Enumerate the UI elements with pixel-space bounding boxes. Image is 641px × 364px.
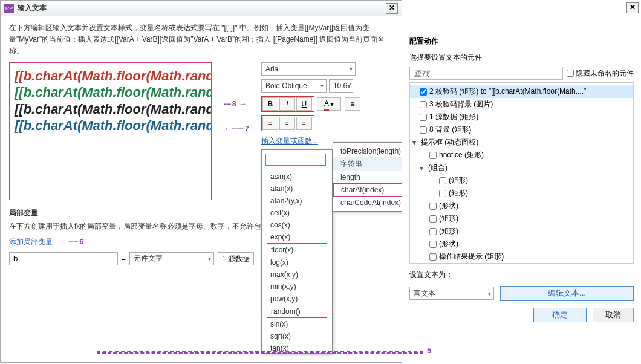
insert-variable-link[interactable]: 插入变量或函数... bbox=[261, 136, 318, 146]
tree-label: 3 校验码背景 (图片) bbox=[429, 99, 493, 109]
var-name-input[interactable] bbox=[9, 252, 118, 265]
function-item[interactable]: floor(x) bbox=[267, 243, 327, 256]
tree-checkbox[interactable] bbox=[429, 152, 437, 159]
tree-row[interactable]: ▾提示框 (动态面板) bbox=[410, 136, 633, 149]
function-item[interactable]: log(x) bbox=[267, 256, 327, 268]
var-source-combo[interactable]: 元件文字 bbox=[129, 252, 214, 265]
function-item[interactable]: min(x,y) bbox=[267, 281, 327, 293]
tree-checkbox[interactable] bbox=[420, 114, 427, 121]
tree-checkbox[interactable] bbox=[429, 215, 437, 223]
tree-row[interactable]: 2 校验码 (矩形) to "[[b.charAt(Math.floor(Mat… bbox=[410, 85, 633, 98]
align-left-button[interactable]: ≡ bbox=[262, 117, 278, 130]
tree-row[interactable]: (矩形) bbox=[410, 212, 633, 225]
titlebar: RP 输入文本 ✕ bbox=[1, 1, 402, 16]
tree-label: (矩形) bbox=[449, 175, 468, 186]
function-item[interactable]: tan(x) bbox=[267, 342, 327, 354]
tree-label: (矩形) bbox=[439, 213, 458, 224]
add-local-var-link[interactable]: 添加局部变量 bbox=[9, 238, 53, 246]
bullet-list-button[interactable]: ≡ bbox=[345, 97, 360, 111]
instructions-text: 在下方编辑区输入文本并设置文本样式，变量名称或表达式要写在 "[["]]" 中。… bbox=[9, 22, 393, 57]
function-item[interactable]: sqrt(x) bbox=[267, 330, 327, 342]
align-center-button[interactable]: ≡ bbox=[279, 117, 295, 130]
tree-checkbox[interactable] bbox=[420, 101, 427, 108]
tree-label: (矩形) bbox=[439, 226, 458, 236]
tree-label: 提示框 (动态面板) bbox=[421, 137, 478, 148]
function-item[interactable]: ceil(x) bbox=[267, 207, 327, 219]
tree-row[interactable]: hnotice (矩形) bbox=[410, 149, 633, 161]
tree-row[interactable]: (矩形) bbox=[410, 174, 633, 187]
tree-row[interactable]: ▾(组合) bbox=[410, 161, 633, 174]
twisty-icon[interactable]: ▾ bbox=[412, 138, 418, 147]
tree-row[interactable]: (形状) bbox=[410, 200, 633, 212]
action-config-panel: ✕ 配置动作 选择要设置文本的元件 隐藏未命名的元件 2 校验码 (矩形) to… bbox=[402, 0, 641, 363]
tree-label: (形状) bbox=[439, 239, 458, 249]
tree-checkbox[interactable] bbox=[439, 190, 446, 197]
function-item[interactable]: max(x,y) bbox=[267, 268, 327, 281]
hide-unnamed-checkbox[interactable]: 隐藏未命名的元件 bbox=[567, 68, 634, 79]
function-item[interactable]: random() bbox=[267, 305, 327, 318]
tree-checkbox[interactable] bbox=[429, 203, 437, 210]
tree-row[interactable]: (形状) bbox=[410, 238, 633, 250]
tree-checkbox[interactable] bbox=[429, 253, 437, 261]
widget-tree[interactable]: 2 校验码 (矩形) to "[[b.charAt(Math.floor(Mat… bbox=[409, 82, 634, 264]
align-right-button[interactable]: ≡ bbox=[296, 117, 312, 130]
cancel-button[interactable]: 取消 bbox=[593, 308, 634, 322]
tree-row[interactable]: 3 校验码背景 (图片) bbox=[410, 98, 633, 111]
tree-checkbox[interactable] bbox=[439, 177, 446, 184]
tree-label: (矩形) bbox=[449, 188, 468, 198]
tree-label: 2 校验码 (矩形) to "[[b.charAt(Math.floor(Mat… bbox=[429, 86, 586, 97]
font-family-combo[interactable]: Arial bbox=[261, 62, 356, 76]
font-size-combo[interactable]: 10.67 bbox=[329, 79, 353, 93]
edit-text-button[interactable]: 编辑文本... bbox=[500, 286, 634, 301]
function-item[interactable]: asin(x) bbox=[267, 171, 327, 183]
function-list: asin(x)atan(x)atan2(y,x)ceil(x)cos(x)exp… bbox=[262, 169, 332, 359]
style-group: B I U bbox=[261, 96, 314, 112]
tree-label: (组合) bbox=[428, 163, 447, 173]
tree-checkbox[interactable] bbox=[420, 126, 427, 134]
tree-checkbox[interactable] bbox=[420, 88, 427, 96]
font-color-button[interactable]: A ▾ bbox=[317, 97, 341, 111]
close-button[interactable]: ✕ bbox=[386, 3, 398, 14]
underline-button[interactable]: U bbox=[296, 97, 312, 111]
tree-row[interactable]: (矩形) bbox=[410, 187, 633, 200]
text-mode-combo[interactable]: 富文本 bbox=[409, 287, 494, 300]
tree-label: 8 背景 (矩形) bbox=[429, 125, 471, 135]
function-item[interactable]: pow(x,y) bbox=[267, 293, 327, 305]
set-text-label: 设置文本为： bbox=[409, 270, 634, 280]
function-item[interactable]: atan(x) bbox=[267, 183, 327, 195]
app-icon: RP bbox=[4, 4, 14, 13]
twisty-icon[interactable]: ▾ bbox=[420, 164, 426, 172]
tree-checkbox[interactable] bbox=[429, 241, 437, 248]
config-action-title: 配置动作 bbox=[409, 36, 634, 47]
editor-line: [[b.charAt(Math.floor(Math.random()*62))… bbox=[15, 117, 206, 134]
tree-row[interactable]: 操作结果提示 (矩形) bbox=[410, 250, 633, 263]
function-item[interactable]: exp(x) bbox=[267, 231, 327, 243]
font-style-combo[interactable]: Bold Oblique bbox=[261, 79, 327, 93]
editor-line: [[b.charAt(Math.floor(Math.random()*62))… bbox=[15, 68, 206, 85]
bold-button[interactable]: B bbox=[262, 97, 278, 111]
align-group: ≡ ≡ ≡ bbox=[261, 115, 314, 131]
tree-label: hnotice (矩形) bbox=[439, 150, 484, 160]
local-var-instructions: 在下方创建用于插入fx的局部变量，局部变量名称必须是字母、数字，不允许包含空格。 bbox=[9, 221, 393, 232]
widget-search-input[interactable] bbox=[409, 67, 563, 80]
annotation-5: 5 bbox=[427, 346, 431, 355]
ok-button[interactable]: 确定 bbox=[533, 308, 587, 322]
tree-label: 操作结果提示 (矩形) bbox=[439, 252, 504, 262]
annotation-7: ←- - - - - 7 bbox=[224, 124, 249, 133]
tree-label: (形状) bbox=[439, 201, 458, 211]
function-item[interactable]: sin(x) bbox=[267, 318, 327, 330]
function-search-input[interactable] bbox=[265, 154, 326, 166]
function-item[interactable]: cos(x) bbox=[267, 219, 327, 231]
tree-row[interactable]: 1 源数据 (矩形) bbox=[410, 111, 633, 123]
equals-label: = bbox=[122, 255, 126, 263]
text-editor[interactable]: [[b.charAt(Math.floor(Math.random()*62))… bbox=[9, 62, 212, 200]
italic-button[interactable]: I bbox=[279, 97, 295, 111]
right-close-button[interactable]: ✕ bbox=[626, 2, 639, 13]
tree-row[interactable]: 8 背景 (矩形) bbox=[410, 123, 633, 136]
annotation-8: - - - 8 → bbox=[224, 99, 249, 108]
tree-row[interactable]: (矩形) bbox=[410, 225, 633, 238]
var-target-field[interactable]: 1 源数据 bbox=[218, 252, 254, 265]
tree-checkbox[interactable] bbox=[429, 228, 437, 235]
select-widget-label: 选择要设置文本的元件 bbox=[409, 53, 634, 63]
function-item[interactable]: atan2(y,x) bbox=[267, 195, 327, 207]
